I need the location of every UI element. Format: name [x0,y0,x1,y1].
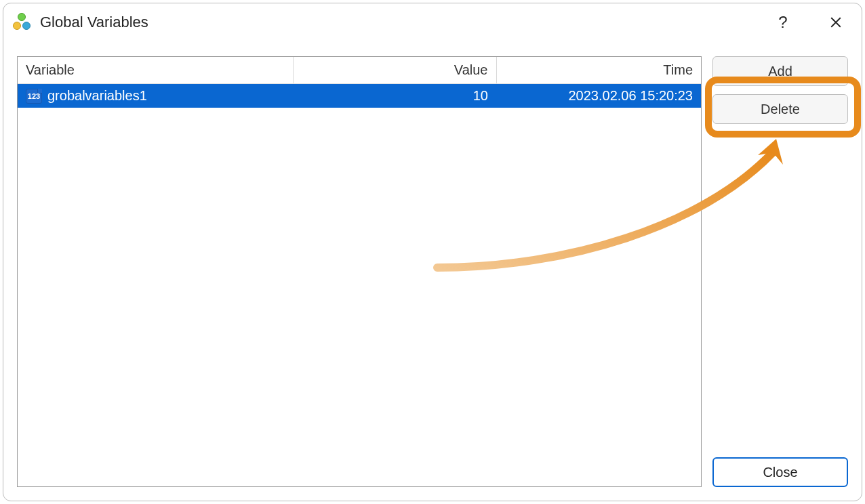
side-buttons: Add Delete Close [712,56,848,487]
close-icon [830,16,842,28]
column-header-time[interactable]: Time [496,57,701,84]
column-header-variable[interactable]: Variable [18,57,293,84]
window-close-button[interactable] [820,3,852,41]
variables-table-container: Variable Value Time 123 grobalvariables1 [17,56,702,487]
help-button[interactable]: ? [767,3,799,41]
close-button[interactable]: Close [712,457,848,487]
dialog-body: Variable Value Time 123 grobalvariables1 [17,56,848,487]
column-header-value[interactable]: Value [293,57,496,84]
add-button[interactable]: Add [712,56,848,86]
global-variables-dialog: Global Variables ? Variable Value Time [3,3,862,501]
variable-cell: 123 grobalvariables1 [18,84,293,108]
delete-button[interactable]: Delete [712,94,848,124]
titlebar: Global Variables ? [3,3,862,41]
variables-table: Variable Value Time 123 grobalvariables1 [18,57,701,108]
app-icon [13,13,32,32]
variable-name: grobalvariables1 [47,88,147,104]
variable-type-icon: 123 [26,89,42,104]
value-cell: 10 [293,84,496,108]
table-row[interactable]: 123 grobalvariables1 10 2023.02.06 15:20… [18,84,701,108]
table-header-row: Variable Value Time [18,57,701,84]
window-title: Global Variables [40,14,148,31]
time-cell: 2023.02.06 15:20:23 [496,84,701,108]
